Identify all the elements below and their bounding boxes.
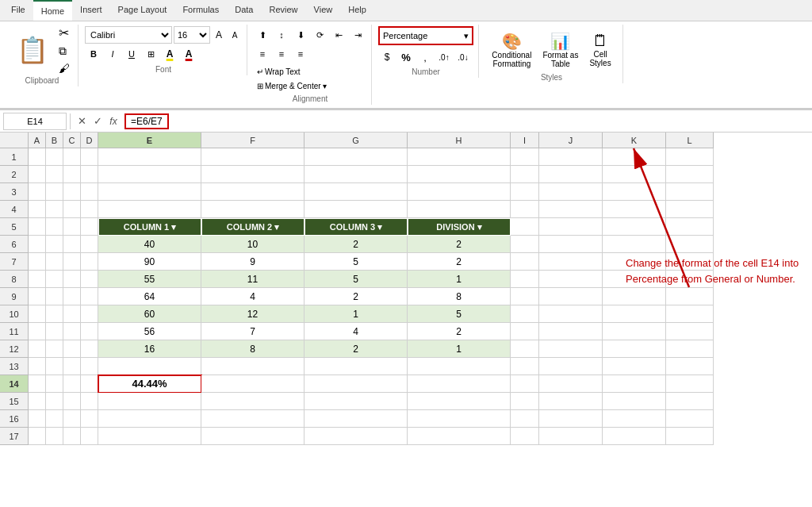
percent-button[interactable]: % [397,49,415,65]
cell-g7[interactable]: 5 [304,253,408,271]
cell-g1[interactable] [304,148,408,166]
cell-d10[interactable] [81,305,98,323]
cell-f7[interactable]: 9 [201,253,304,271]
cell-f14[interactable] [201,375,304,393]
decrease-font-btn[interactable]: A [228,26,242,44]
cell-j9[interactable] [539,288,603,305]
cell-i6[interactable] [511,236,539,253]
cell-g4[interactable] [304,201,408,218]
row-header-1[interactable]: 1 [0,148,29,166]
cell-e12[interactable]: 16 [98,340,201,358]
cell-e8[interactable]: 55 [98,271,201,288]
cell-c10[interactable] [63,305,81,323]
cell-h12[interactable]: 1 [408,340,511,358]
cell-b4[interactable] [46,201,63,218]
font-name-select[interactable]: Calibri [85,26,172,44]
row-header-6[interactable]: 6 [0,236,29,253]
indent-decrease-btn[interactable]: ⇤ [330,26,347,44]
cell-g15[interactable] [304,393,408,410]
cell-i16[interactable] [511,410,539,428]
number-format-chevron[interactable]: ▾ [464,31,469,41]
underline-button[interactable]: U [123,45,140,63]
cell-h2[interactable] [408,166,511,183]
align-bottom-btn[interactable]: ⬇ [292,26,309,44]
cell-g8[interactable]: 5 [304,271,408,288]
cell-g12[interactable]: 2 [304,340,408,358]
cell-k16[interactable] [603,410,666,428]
col-header-f[interactable]: F [201,133,304,148]
row-header-16[interactable]: 16 [0,410,29,428]
row-header-2[interactable]: 2 [0,166,29,183]
row-header-5[interactable]: 5 [0,218,29,236]
cell-e6[interactable]: 40 [98,236,201,253]
cell-a5[interactable] [29,218,46,236]
cell-a1[interactable] [29,148,46,166]
number-format-dropdown[interactable]: Percentage ▾ [378,26,473,45]
tab-home[interactable]: Home [33,0,72,21]
cell-e13[interactable] [98,358,201,375]
format-as-table-button[interactable]: 📊 Format as Table [538,29,582,71]
cell-b8[interactable] [46,271,63,288]
cell-h1[interactable] [408,148,511,166]
cell-a4[interactable] [29,201,46,218]
tab-insert[interactable]: Insert [72,0,110,21]
cell-f12[interactable]: 8 [201,340,304,358]
cell-d17[interactable] [81,428,98,445]
cell-b7[interactable] [46,253,63,271]
cell-g16[interactable] [304,410,408,428]
row-header-3[interactable]: 3 [0,183,29,201]
cell-g3[interactable] [304,183,408,201]
cell-i4[interactable] [511,201,539,218]
col-header-a[interactable]: A [29,133,46,148]
cell-j3[interactable] [539,183,603,201]
copy-button[interactable]: ⧉ [56,43,73,60]
cell-a10[interactable] [29,305,46,323]
cell-e14[interactable]: 44.44% [98,375,201,393]
cell-h17[interactable] [408,428,511,445]
cell-e2[interactable] [98,166,201,183]
cell-f8[interactable]: 11 [201,271,304,288]
col-header-g[interactable]: G [304,133,408,148]
cell-e10[interactable]: 60 [98,305,201,323]
cell-a13[interactable] [29,358,46,375]
cell-h4[interactable] [408,201,511,218]
cell-d9[interactable] [81,288,98,305]
cell-b17[interactable] [46,428,63,445]
cell-h13[interactable] [408,358,511,375]
cell-k17[interactable] [603,428,666,445]
cell-b3[interactable] [46,183,63,201]
comma-button[interactable]: , [416,49,434,65]
cell-d4[interactable] [81,201,98,218]
cell-d14[interactable] [81,375,98,393]
align-right-btn[interactable]: ≡ [292,45,309,63]
cell-e16[interactable] [98,410,201,428]
row-header-8[interactable]: 8 [0,271,29,288]
cell-c12[interactable] [63,340,81,358]
cell-k12[interactable] [603,340,666,358]
cell-h7[interactable]: 2 [408,253,511,271]
cell-j12[interactable] [539,340,603,358]
cell-a8[interactable] [29,271,46,288]
cell-g6[interactable]: 2 [304,236,408,253]
paste-button[interactable]: 📋 [11,26,54,74]
cell-a11[interactable] [29,323,46,340]
cell-d2[interactable] [81,166,98,183]
tab-review[interactable]: Review [261,0,305,21]
cell-i7[interactable] [511,253,539,271]
cell-b9[interactable] [46,288,63,305]
cell-e5-header[interactable]: COLUMN 1 ▾ [98,218,201,236]
cell-h9[interactable]: 8 [408,288,511,305]
tab-help[interactable]: Help [340,0,374,21]
align-top-btn[interactable]: ⬆ [254,26,271,44]
cell-i15[interactable] [511,393,539,410]
tab-view[interactable]: View [306,0,341,21]
cell-i17[interactable] [511,428,539,445]
cell-l15[interactable] [666,393,714,410]
format-painter-button[interactable]: 🖌 [56,60,73,76]
cell-g17[interactable] [304,428,408,445]
cell-c1[interactable] [63,148,81,166]
cell-j10[interactable] [539,305,603,323]
cell-f15[interactable] [201,393,304,410]
accounting-button[interactable]: $ [378,49,396,65]
cell-c6[interactable] [63,236,81,253]
